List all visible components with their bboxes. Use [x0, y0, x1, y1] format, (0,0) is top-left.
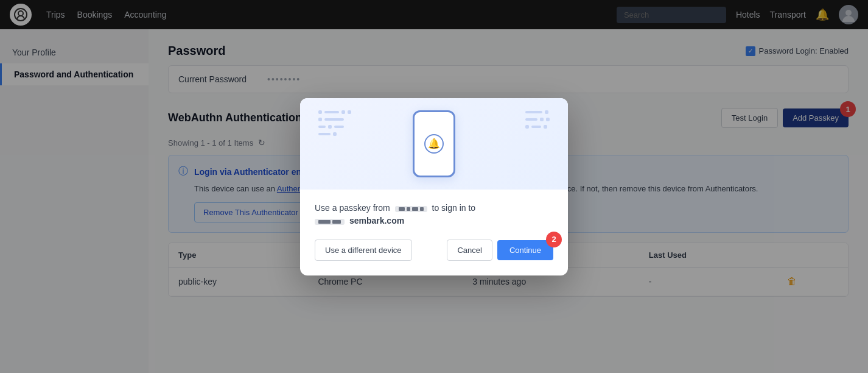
phone-bell-icon: 🔔: [424, 134, 444, 154]
dot-line: [531, 126, 541, 128]
dot: [341, 110, 345, 114]
hint-block-5: [318, 220, 331, 224]
dot-row-4: [318, 132, 351, 136]
dot-line: [318, 126, 326, 128]
dot-row-r2: [525, 118, 550, 121]
hint-block-1: [399, 207, 405, 211]
passkey-hint-block: [395, 206, 427, 212]
cancel-button[interactable]: Cancel: [447, 240, 492, 261]
modal-text-part2: to sign in to: [432, 203, 476, 213]
dot: [546, 118, 550, 121]
dot-row-2: [318, 118, 351, 121]
dot: [540, 118, 544, 121]
dots-right: [525, 110, 550, 129]
passkey-hint-block-2: [315, 219, 345, 225]
phone-illustration: 🔔: [413, 110, 455, 177]
dot-line: [324, 118, 344, 121]
modal-overlay: 🔔: [0, 0, 868, 373]
dot-line: [525, 111, 542, 113]
dots-left: [318, 110, 351, 136]
modal-actions: Use a different device Cancel Continue 2: [300, 240, 568, 261]
dot: [525, 125, 529, 129]
modal-text-part1: Use a passkey from: [315, 203, 390, 213]
dot: [544, 125, 547, 129]
dot: [318, 118, 322, 121]
step-2-badge: 2: [546, 232, 562, 247]
dot: [348, 110, 351, 114]
hint-block-2: [407, 207, 410, 211]
continue-button[interactable]: Continue: [497, 240, 553, 260]
dot: [328, 125, 332, 129]
hint-block-4: [420, 207, 424, 211]
dot-line: [525, 118, 537, 121]
modal-body: Use a passkey from to sign in to sembark…: [300, 190, 568, 227]
dot-line: [318, 133, 331, 135]
dot: [333, 132, 337, 136]
modal-illustration: 🔔: [300, 98, 568, 190]
dot-line: [334, 126, 344, 128]
dot: [545, 110, 548, 114]
continue-button-wrapper: Continue 2: [497, 240, 553, 260]
dot-row-1: [318, 110, 351, 114]
dot-row-r3: [525, 125, 550, 129]
use-different-device-button[interactable]: Use a different device: [315, 240, 412, 261]
modal-domain: sembark.com: [349, 216, 404, 226]
hint-block-3: [412, 207, 418, 211]
passkey-modal: 🔔: [300, 98, 568, 275]
hint-block-6: [332, 220, 341, 224]
dot-row-3: [318, 125, 351, 129]
dot-row-r1: [525, 110, 550, 114]
dot: [318, 110, 322, 114]
modal-subtitle: Use a passkey from to sign in to sembark…: [315, 202, 553, 227]
dot-line: [324, 111, 339, 113]
